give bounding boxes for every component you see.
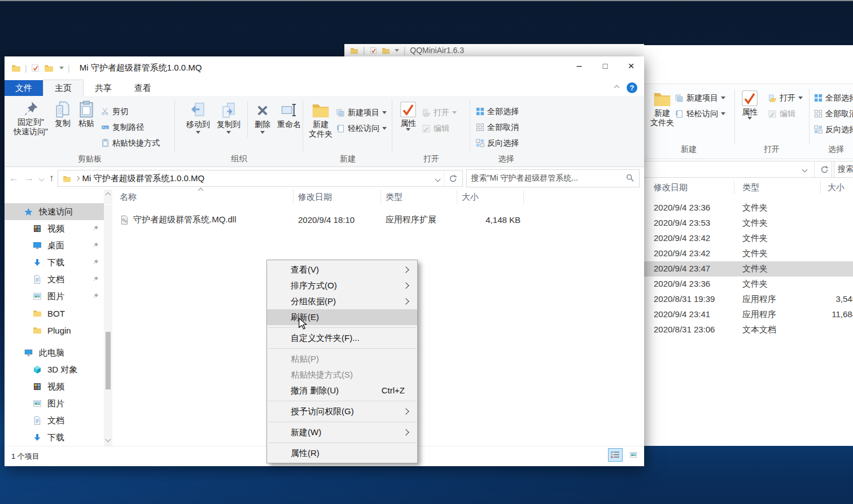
column-header-type[interactable]: 类型 [381, 190, 457, 204]
easy-access-button[interactable]: 轻松访问 [675, 106, 725, 121]
sidebar-item-bot[interactable]: BOT [5, 305, 104, 322]
sidebar-item-videos[interactable]: 视频 [5, 378, 104, 395]
column-header-date[interactable]: 修改日期 [654, 182, 688, 193]
table-row[interactable]: 2020/8/31 19:39应用程序3,548 [644, 292, 853, 307]
background-window-titlebar[interactable]: | | QQMiniAir1.6.3 [344, 44, 644, 56]
tab-share[interactable]: 共享 [84, 80, 123, 96]
easy-access-button[interactable]: 轻松访问 [336, 121, 387, 136]
sidebar-item-plugin[interactable]: Plugin [5, 322, 104, 339]
properties-button[interactable]: 属性 [741, 89, 759, 120]
copy-path-button[interactable]: 复制路径 [101, 120, 160, 135]
tab-home[interactable]: 主页 [43, 80, 84, 96]
paste-button[interactable]: 粘贴 [77, 100, 95, 128]
edit-button[interactable]: 编辑 [422, 121, 457, 136]
menu-item-view[interactable]: 查看(V) [267, 262, 417, 278]
menu-item-refresh[interactable]: 刷新(E) [267, 309, 417, 325]
up-button[interactable]: ↑ [49, 173, 54, 184]
quick-access-toolbar-dropdown-icon[interactable] [395, 49, 399, 52]
breadcrumb[interactable]: Mi 守护者超级群管系统1.0.0.MQ [82, 173, 205, 184]
sidebar-item-downloads[interactable]: 下载 [5, 429, 104, 446]
select-none-button[interactable]: 全部取消 [476, 120, 519, 135]
refresh-button[interactable] [814, 161, 834, 177]
table-row-selected[interactable]: 2020/9/4 23:47文件夹 [644, 261, 853, 277]
forward-button[interactable]: → [24, 173, 34, 184]
minimize-button[interactable]: – [566, 56, 592, 76]
tab-file[interactable]: 文件 [5, 80, 43, 96]
paste-shortcut-button[interactable]: 粘贴快捷方式 [101, 135, 160, 151]
quick-access-toolbar-dropdown-icon[interactable] [59, 67, 64, 69]
address-bar[interactable]: Mi 守护者超级群管系统1.0.0.MQ [58, 170, 463, 187]
thumbnails-view-button[interactable] [626, 448, 641, 462]
folder-icon[interactable] [382, 46, 390, 55]
column-header-size[interactable]: 大小 [828, 182, 845, 193]
table-row[interactable]: 2020/9/4 23:53文件夹 [644, 216, 853, 231]
history-dropdown-icon[interactable] [39, 176, 45, 181]
select-none-button[interactable]: 全部取消 [814, 106, 853, 121]
sidebar-item-documents[interactable]: 文档 [5, 412, 104, 429]
tab-view[interactable]: 查看 [123, 80, 163, 96]
column-separator[interactable] [734, 181, 734, 194]
back-button[interactable]: ← [9, 173, 19, 184]
right-explorer-window[interactable]: 新建 文件夹 新建项目 轻松访问 新建 属 [644, 45, 853, 446]
rename-button[interactable]: 重命名 [277, 102, 301, 130]
column-header-date[interactable]: 修改日期 [294, 190, 381, 204]
invert-selection-button[interactable]: 反向选择 [476, 135, 519, 151]
properties-checkbox-icon[interactable] [31, 64, 40, 72]
refresh-button[interactable] [444, 170, 462, 186]
folder-icon[interactable] [44, 63, 54, 73]
column-header-size[interactable]: 大小 [457, 190, 524, 204]
address-dropdown-icon[interactable] [802, 167, 808, 173]
table-row[interactable]: 2020/9/4 23:36文件夹 [644, 277, 853, 292]
sidebar-item-downloads[interactable]: 下载 [5, 254, 104, 271]
menu-item-customize-folder[interactable]: 自定义文件夹(F)... [267, 330, 417, 346]
copy-to-button[interactable]: 复制到 [217, 102, 240, 134]
move-to-button[interactable]: 移动到 [186, 102, 210, 134]
menu-item-paste[interactable]: 粘贴(P) [267, 351, 417, 367]
titlebar[interactable]: | | Mi 守护者超级群管系统1.0.0.MQ – □ × [5, 56, 644, 79]
column-separator[interactable] [820, 181, 821, 194]
right-address-bar[interactable] [644, 161, 834, 178]
maximize-button[interactable]: □ [592, 56, 618, 76]
menu-item-sort-by[interactable]: 排序方式(O) [267, 278, 417, 293]
details-view-button[interactable] [608, 448, 623, 462]
menu-item-group-by[interactable]: 分组依据(P) [267, 293, 417, 309]
new-item-button[interactable]: 新建项目 [336, 105, 387, 120]
select-all-button[interactable]: 全部选择 [814, 90, 853, 106]
help-button[interactable]: ? [627, 82, 637, 93]
new-folder-button[interactable]: 新建 文件夹 [309, 100, 333, 139]
open-button[interactable]: 打开 [768, 90, 803, 106]
sidebar-item-pictures[interactable]: 图片 [5, 395, 104, 412]
sidebar-item-documents[interactable]: 文档 [5, 271, 104, 288]
collapse-ribbon-icon[interactable] [614, 85, 620, 91]
menu-item-undo-delete[interactable]: 撤消 删除(U)Ctrl+Z [267, 383, 417, 398]
new-item-button[interactable]: 新建项目 [675, 90, 725, 106]
breadcrumb-chevron-icon[interactable] [75, 176, 79, 181]
select-all-button[interactable]: 全部选择 [476, 104, 519, 119]
table-row[interactable]: 2020/9/4 23:41应用程序11,684 [644, 307, 853, 322]
copy-button[interactable]: 复制 [54, 100, 72, 128]
search-input[interactable]: 搜索"Mi 守护者超级群管系统... [466, 169, 640, 187]
address-dropdown-icon[interactable] [435, 177, 440, 182]
close-button[interactable]: × [618, 56, 644, 76]
edit-button[interactable]: 编辑 [768, 106, 803, 121]
menu-item-paste-shortcut[interactable]: 粘贴快捷方式(S) [267, 367, 417, 383]
cut-button[interactable]: 剪切 [101, 104, 160, 119]
invert-selection-button[interactable]: 反向选择 [814, 122, 853, 137]
table-row[interactable]: 2020/9/4 23:36文件夹 [644, 200, 853, 216]
pin-to-quick-access-button[interactable]: 固定到" 快速访问" [14, 100, 48, 137]
menu-item-give-access[interactable]: 授予访问权限(G) [267, 404, 417, 419]
table-row[interactable]: 2020/9/4 23:42文件夹 [644, 246, 853, 261]
sidebar-item-this-pc[interactable]: 此电脑 [5, 344, 104, 361]
sidebar-item-3d-objects[interactable]: 3D 对象 [5, 361, 104, 378]
table-row[interactable]: 2020/9/4 23:42文件夹 [644, 231, 853, 246]
sidebar-item-desktop[interactable]: 桌面 [5, 237, 104, 254]
menu-item-properties[interactable]: 属性(R) [267, 445, 417, 461]
properties-checkbox-icon[interactable] [370, 47, 377, 54]
new-folder-button[interactable]: 新建 文件夹 [650, 89, 674, 128]
table-row[interactable]: 守护者超级群管系统.MQ.dll 2020/9/4 18:10 应用程序扩展 4… [104, 212, 644, 227]
menu-item-new[interactable]: 新建(W) [267, 424, 417, 440]
right-search-box[interactable]: 搜索 [832, 161, 853, 178]
open-button[interactable]: 打开 [422, 105, 457, 120]
properties-button[interactable]: 属性 [399, 100, 417, 131]
sidebar-item-pictures[interactable]: 图片 [5, 288, 104, 305]
